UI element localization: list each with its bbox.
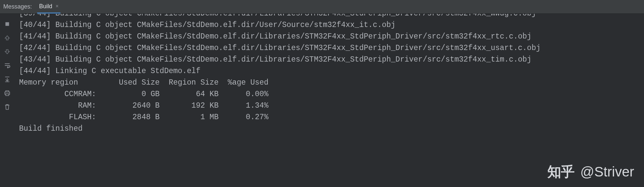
watermark-logo: 知乎 [547,163,574,181]
output-line: RAM: 2640 B 192 KB 1.34% [19,100,639,112]
softwrap-button[interactable] [3,61,12,70]
output-line: [40/44] Building C object CMakeFiles/Std… [19,19,639,31]
scroll-end-icon [4,76,11,83]
print-button[interactable] [3,89,12,97]
arrow-up-icon [4,34,11,41]
output-line: FLASH: 2848 B 1 MB 0.27% [19,112,639,123]
output-line: [43/44] Building C object CMakeFiles/Std… [19,54,639,66]
output-line: [42/44] Building C object CMakeFiles/Std… [19,42,639,54]
down-button[interactable] [3,47,12,56]
print-icon [4,90,11,97]
stop-button[interactable] [3,20,12,28]
main-area: [39/44] Building C object CMakeFiles/Std… [0,14,644,187]
tab-label: Build [39,3,52,10]
up-button[interactable] [3,34,12,42]
build-output[interactable]: [39/44] Building C object CMakeFiles/Std… [14,14,644,187]
trash-icon [4,103,11,111]
stop-icon [4,20,11,28]
messages-label: Messages: [3,3,32,10]
softwrap-icon [4,62,11,69]
tab-build[interactable]: Build × [37,0,60,13]
close-icon[interactable]: × [56,3,58,9]
svg-rect-0 [6,22,9,26]
messages-header: Messages: Build × [0,0,644,14]
messages-sidebar [0,14,14,187]
output-line: [44/44] Linking C executable StdDemo.elf [19,66,639,77]
watermark: 知乎 @Striver [547,163,634,181]
output-line: [39/44] Building C object CMakeFiles/Std… [19,14,639,19]
output-line: Memory region Used Size Region Size %age… [19,77,639,89]
scroll-to-end-button[interactable] [3,75,12,84]
output-line: CCMRAM: 0 GB 64 KB 0.00% [19,89,639,100]
watermark-user: @Striver [580,164,634,180]
arrow-down-icon [4,48,11,55]
delete-button[interactable] [3,103,12,111]
output-line: Build finished [19,123,639,135]
output-line: [41/44] Building C object CMakeFiles/Std… [19,31,639,42]
